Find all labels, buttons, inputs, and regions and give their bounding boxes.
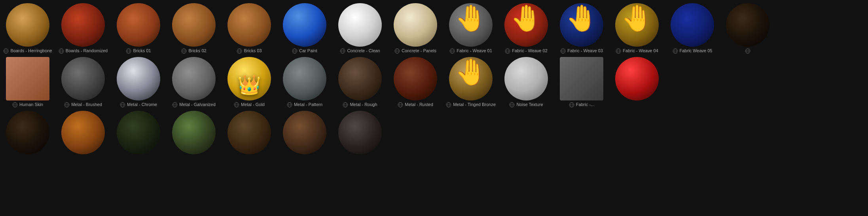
material-item-extra-1[interactable] (720, 2, 775, 55)
material-item-noise-texture[interactable]: Noise Texture (498, 55, 554, 109)
globe-icon (172, 102, 178, 108)
globe-icon (237, 48, 242, 54)
material-label-fabric-weave-03: Fabric - Weave 03 (567, 48, 603, 53)
material-item-metal-pattern[interactable]: Metal - Pattern (277, 55, 332, 109)
material-label-noise-texture: Noise Texture (516, 102, 543, 107)
globe-icon (394, 48, 400, 54)
material-thumb-red-ball (615, 57, 659, 100)
material-item-boards-randomized[interactable]: Boards - Randomized (55, 2, 111, 55)
item-bottom-metal-chrome: Metal - Chrome (120, 102, 157, 108)
material-thumb-r3-3 (117, 111, 160, 154)
material-label-bricks-03: Bricks 03 (244, 48, 262, 53)
globe-icon (449, 48, 455, 54)
hand-icon-fabric-weave-04: 🤚 (621, 5, 653, 31)
material-label-metal-gold: Metal - Gold (241, 102, 265, 107)
material-item-red-ball[interactable] (609, 55, 665, 104)
material-thumb-r3-2 (61, 111, 105, 154)
item-bottom-noise-texture: Noise Texture (509, 102, 543, 108)
item-bottom-concrete-panels: Concrete - Panels (394, 48, 436, 54)
material-thumb-fabric-weave-01: 🤚 (449, 3, 493, 47)
hand-icon-fabric-weave-01: 🤚 (455, 5, 487, 31)
globe-icon (126, 48, 131, 54)
material-grid: Boards - HerringboneBoards - RandomizedB… (0, 0, 868, 216)
material-thumb-bricks-01 (117, 3, 160, 47)
material-thumb-fabric-weave-03: 🤚 (560, 3, 603, 47)
item-bottom-metal-gold: Metal - Gold (234, 102, 265, 108)
material-thumb-r3-5 (227, 111, 271, 154)
item-bottom-bricks-01: Bricks 01 (126, 48, 151, 54)
material-label-concrete-clean: Concrete - Clean (347, 48, 380, 53)
material-row-2 (0, 109, 868, 157)
item-bottom-fabric-weave-05: Fabric Weave 05 (673, 48, 713, 54)
material-item-boards-herringbone[interactable]: Boards - Herringbone (0, 2, 55, 55)
material-thumb-human-skin (6, 57, 49, 100)
material-thumb-boards-randomized (61, 3, 105, 47)
material-item-fabric-weave-04[interactable]: 🤚Fabric - Weave 04 (609, 2, 665, 55)
material-item-bricks-02[interactable]: Bricks 02 (166, 2, 222, 55)
material-label-fabric-weave-05: Fabric Weave 05 (680, 48, 713, 53)
globe-icon (59, 48, 64, 54)
material-item-metal-gold[interactable]: 👑Metal - Gold (222, 55, 277, 109)
material-item-fabric-weave-01[interactable]: 🤚Fabric - Weave 01 (443, 2, 498, 55)
item-bottom-fabric-weave-04: Fabric - Weave 04 (616, 48, 658, 54)
item-bottom-metal-rusted: Metal - Rusted (398, 102, 433, 108)
material-label-concrete-panels: Concrete - Panels (402, 48, 436, 53)
material-thumb-fabric-weave-05 (671, 3, 714, 47)
item-bottom-metal-pattern: Metal - Pattern (287, 102, 322, 108)
material-label-metal-chrome: Metal - Chrome (127, 102, 157, 107)
material-thumb-fabric-weave-04: 🤚 (615, 3, 659, 47)
globe-icon (446, 102, 451, 108)
globe-icon (505, 48, 510, 54)
material-item-concrete-clean[interactable]: Concrete - Clean (332, 2, 388, 55)
crown-icon: 👑 (237, 76, 261, 95)
material-item-fabric-weave-05[interactable]: Fabric Weave 05 (665, 2, 720, 55)
globe-icon (340, 48, 345, 54)
material-item-r3-7[interactable] (332, 109, 388, 157)
item-bottom-bricks-03: Bricks 03 (237, 48, 262, 54)
globe-icon (509, 102, 515, 108)
item-bottom-car-paint: Car Paint (292, 48, 317, 54)
material-label-fabric-weave-02: Fabric - Weave 02 (512, 48, 548, 53)
material-item-concrete-panels[interactable]: Concrete - Panels (388, 2, 443, 55)
material-item-bricks-01[interactable]: Bricks 01 (111, 2, 166, 55)
material-item-metal-galvanized[interactable]: Metal - Galvanized (166, 55, 222, 109)
material-thumb-car-paint (283, 3, 326, 47)
material-label-human-skin: Human Skin (19, 102, 43, 107)
material-label-metal-brushed: Metal - Brushed (71, 102, 102, 107)
item-bottom-bricks-02: Bricks 02 (181, 48, 206, 54)
material-item-fabric-weave-02[interactable]: 🤚Fabric - Weave 02 (498, 2, 554, 55)
globe-icon (12, 102, 18, 108)
item-bottom-metal-galvanized: Metal - Galvanized (172, 102, 216, 108)
material-item-human-skin[interactable]: Human Skin (0, 55, 55, 109)
material-item-car-paint[interactable]: Car Paint (277, 2, 332, 55)
material-item-r3-1[interactable] (0, 109, 55, 157)
material-item-fabric-weave-03[interactable]: 🤚Fabric - Weave 03 (554, 2, 609, 55)
material-item-metal-tinged-bronze[interactable]: 🤚Metal - Tinged Bronze (443, 55, 498, 109)
material-item-metal-rusted[interactable]: Metal - Rusted (388, 55, 443, 109)
material-thumb-r3-4 (172, 111, 216, 154)
item-bottom-boards-randomized: Boards - Randomized (59, 48, 108, 54)
hand-icon-fabric-weave-03: 🤚 (566, 5, 598, 31)
material-item-r3-4[interactable] (166, 109, 222, 157)
material-item-r3-2[interactable] (55, 109, 111, 157)
globe-icon (398, 102, 403, 108)
material-thumb-metal-brushed (61, 57, 105, 100)
globe-icon (569, 102, 574, 108)
globe-icon (292, 48, 298, 54)
item-bottom-fabric-flat: Fabric -... (569, 102, 594, 108)
material-thumb-metal-tinged-bronze: 🤚 (449, 57, 493, 100)
material-label-boards-herringbone: Boards - Herringbone (10, 48, 52, 53)
material-item-metal-chrome[interactable]: Metal - Chrome (111, 55, 166, 109)
material-item-r3-3[interactable] (111, 109, 166, 157)
material-item-fabric-flat[interactable]: Fabric -... (554, 55, 609, 109)
material-label-metal-rusted: Metal - Rusted (405, 102, 433, 107)
material-thumb-fabric-flat (560, 57, 603, 100)
material-item-r3-5[interactable] (222, 109, 277, 157)
material-item-r3-6[interactable] (277, 109, 332, 157)
material-item-metal-rough[interactable]: Metal - Rough (332, 55, 388, 109)
material-label-car-paint: Car Paint (299, 48, 317, 53)
material-item-bricks-03[interactable]: Bricks 03 (222, 2, 277, 55)
material-item-metal-brushed[interactable]: Metal - Brushed (55, 55, 111, 109)
material-thumb-r3-7 (338, 111, 382, 154)
item-bottom-human-skin: Human Skin (12, 102, 43, 108)
